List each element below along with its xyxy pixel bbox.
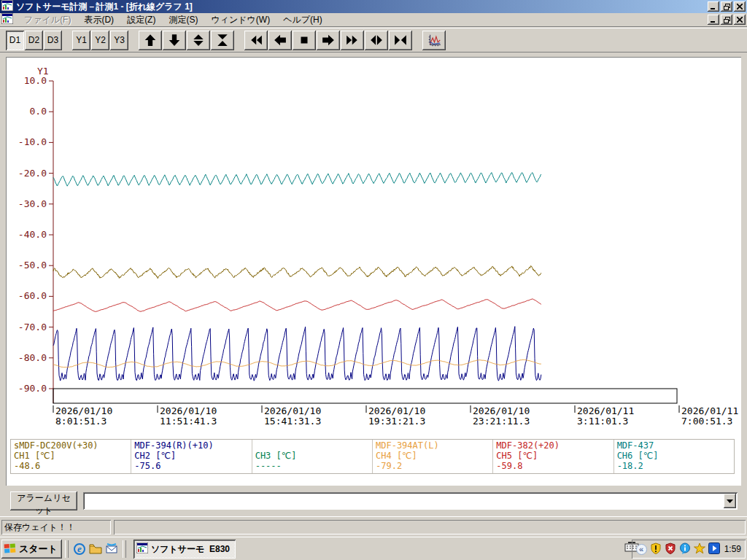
expand-horizontal-icon bbox=[370, 34, 383, 47]
series-ch5-line bbox=[53, 299, 541, 311]
menu-measure[interactable]: 測定(S) bbox=[162, 13, 204, 27]
channel-label: CH6 [℃] bbox=[617, 451, 731, 461]
series-ch2-line bbox=[53, 327, 541, 381]
rewind-icon bbox=[249, 34, 263, 47]
system-tray: « 1:59 bbox=[632, 540, 746, 559]
arrow-down-icon bbox=[168, 34, 181, 47]
start-button[interactable]: スタート bbox=[1, 540, 62, 559]
arrow-left-button[interactable] bbox=[268, 31, 292, 50]
menu-file[interactable]: ファイル(F) bbox=[18, 13, 77, 27]
arrow-down-button[interactable] bbox=[163, 31, 186, 50]
channel-value: -75.6 bbox=[134, 461, 248, 471]
menu-bar: ファイル(F) 表示(D) 設定(Z) 測定(S) ウィンドウ(W) ヘルプ(H… bbox=[0, 13, 747, 27]
channel-name: MDF-437 bbox=[617, 440, 731, 451]
fast-forward-icon bbox=[346, 34, 359, 47]
start-label: スタート bbox=[19, 542, 58, 556]
alarm-row: アラームリセット bbox=[0, 489, 747, 513]
y-tick-label: -10.0 bbox=[18, 136, 47, 147]
rewind-button[interactable] bbox=[244, 31, 268, 50]
y-tick-label: -80.0 bbox=[18, 352, 47, 363]
series-ch6-line bbox=[53, 173, 541, 187]
channel-name: MDF-382(+20) bbox=[496, 440, 610, 451]
internet-explorer-icon[interactable]: e bbox=[71, 541, 88, 557]
channel-label: CH5 [℃] bbox=[496, 451, 610, 461]
y-tick-label: -90.0 bbox=[18, 383, 47, 394]
channel-label: CH1 [℃] bbox=[14, 451, 128, 461]
mdi-child-icon[interactable] bbox=[1, 13, 13, 26]
x-tick-time: 23:21:11.3 bbox=[473, 416, 530, 427]
menu-settings[interactable]: 設定(Z) bbox=[120, 13, 162, 27]
compress-vertical-button[interactable] bbox=[211, 31, 234, 50]
channel-value: -18.2 bbox=[617, 461, 731, 471]
y-tick-label: 0.0 bbox=[30, 106, 47, 117]
outlook-express-icon[interactable] bbox=[104, 541, 120, 557]
combobox-dropdown-button[interactable] bbox=[724, 494, 736, 508]
child-restore-button[interactable] bbox=[721, 15, 732, 25]
arrow-right-icon bbox=[322, 34, 335, 47]
x-tick-date: 2026/01/10 bbox=[473, 405, 530, 416]
y-tick-label: 10.0 bbox=[24, 75, 47, 86]
child-minimize-button[interactable] bbox=[708, 15, 719, 25]
menu-view[interactable]: 表示(D) bbox=[77, 13, 120, 27]
star-icon[interactable] bbox=[694, 542, 705, 556]
stop-icon bbox=[298, 34, 311, 47]
arrow-up-button[interactable] bbox=[139, 31, 162, 50]
line-chart: Y110.00.0-10.0-20.0-30.0-40.0-50.0-60.0-… bbox=[6, 57, 741, 436]
arrow-right-button[interactable] bbox=[317, 31, 340, 50]
status-bar: 保存ウェイト！！ bbox=[0, 516, 747, 537]
shield-error-icon[interactable] bbox=[665, 542, 676, 556]
legend-cell-ch5: MDF-382(+20) CH5 [℃] -59.8 bbox=[493, 440, 614, 473]
channel-name: sMDF-DC200V(+30) bbox=[14, 440, 128, 451]
collapse-chevron-icon[interactable]: « bbox=[636, 544, 647, 555]
series-ch1-line bbox=[53, 266, 541, 279]
child-close-button[interactable] bbox=[734, 15, 746, 25]
time-range-box[interactable] bbox=[53, 389, 677, 403]
toolbar-group-gap bbox=[63, 40, 72, 41]
toolbar-button-d2[interactable]: D2 bbox=[25, 31, 43, 50]
graph-settings-button[interactable] bbox=[422, 31, 446, 50]
info-balloon-icon[interactable] bbox=[679, 542, 691, 556]
task-app-icon bbox=[136, 542, 148, 556]
y-tick-label: -60.0 bbox=[18, 290, 47, 301]
stop-button[interactable] bbox=[293, 31, 316, 50]
x-tick-time: 3:11:01.3 bbox=[577, 416, 628, 427]
toolbar-button-y1[interactable]: Y1 bbox=[72, 31, 90, 50]
minimize-button[interactable] bbox=[708, 1, 719, 12]
x-tick-date: 2026/01/11 bbox=[681, 405, 738, 416]
y-tick-label: -20.0 bbox=[18, 168, 47, 179]
menu-window[interactable]: ウィンドウ(W) bbox=[204, 13, 276, 27]
channel-name bbox=[255, 440, 369, 451]
compress-horizontal-icon bbox=[394, 34, 407, 47]
toolbar-button-d1[interactable]: D1 bbox=[6, 31, 24, 50]
expand-horizontal-button[interactable] bbox=[365, 31, 388, 50]
channel-label: CH2 [℃] bbox=[134, 451, 248, 461]
compress-vertical-icon bbox=[216, 34, 229, 47]
close-button[interactable] bbox=[734, 1, 746, 12]
y-tick-label: -30.0 bbox=[18, 198, 47, 209]
channel-value: -48.6 bbox=[14, 461, 128, 471]
taskbar: スタート e ソフトサーモ E830 « 1:59 bbox=[0, 537, 747, 560]
toolbar-group-gap bbox=[413, 40, 422, 41]
compress-horizontal-button[interactable] bbox=[389, 31, 412, 50]
status-right-panel bbox=[114, 520, 746, 534]
toolbar-button-y2[interactable]: Y2 bbox=[91, 31, 109, 50]
legend-cell-ch6: MDF-437 CH6 [℃] -18.2 bbox=[614, 440, 734, 473]
fast-forward-button[interactable] bbox=[341, 31, 364, 50]
alarm-combobox[interactable] bbox=[83, 492, 738, 510]
shield-warning-icon[interactable] bbox=[650, 542, 662, 556]
toolbar-group-gap bbox=[129, 40, 139, 41]
expand-vertical-button[interactable] bbox=[187, 31, 210, 50]
restore-button[interactable] bbox=[721, 1, 732, 12]
folder-icon[interactable] bbox=[88, 541, 104, 557]
expand-vertical-icon bbox=[192, 34, 205, 47]
taskbar-divider bbox=[65, 540, 69, 558]
legend-cell-ch4: MDF-394AT(L) CH4 [℃] -79.2 bbox=[373, 440, 493, 473]
alarm-reset-button[interactable]: アラームリセット bbox=[10, 491, 77, 510]
x-tick-time: 11:51:41.3 bbox=[160, 416, 217, 427]
taskbar-task-button[interactable]: ソフトサーモ E830 bbox=[133, 540, 236, 559]
menu-help[interactable]: ヘルプ(H) bbox=[276, 13, 329, 27]
toolbar-button-d3[interactable]: D3 bbox=[44, 31, 62, 50]
media-play-icon[interactable] bbox=[708, 542, 720, 556]
toolbar-button-y3[interactable]: Y3 bbox=[110, 31, 128, 50]
windows-logo-icon bbox=[4, 542, 17, 556]
